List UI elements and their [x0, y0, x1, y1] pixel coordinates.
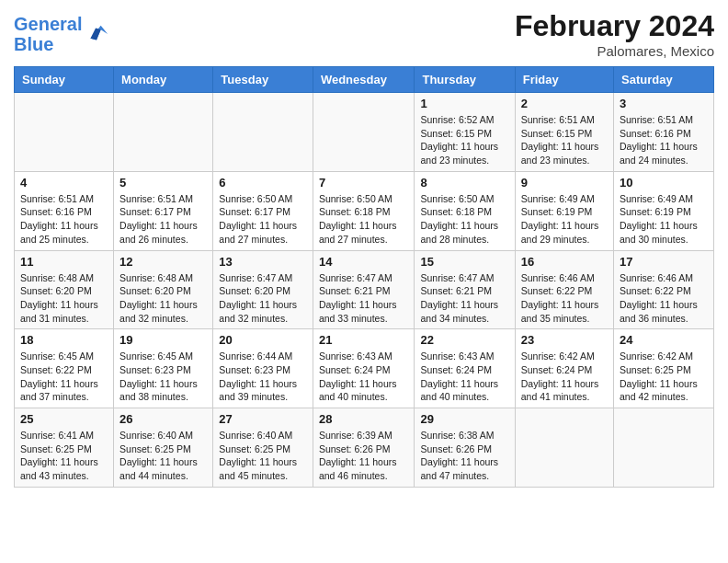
- col-header-wednesday: Wednesday: [313, 67, 415, 93]
- calendar-cell: 12Sunrise: 6:48 AMSunset: 6:20 PMDayligh…: [114, 250, 213, 329]
- day-info: Sunrise: 6:50 AMSunset: 6:17 PMDaylight:…: [219, 192, 307, 247]
- calendar-cell: [515, 408, 613, 488]
- day-number: 26: [119, 412, 207, 426]
- day-info: Sunrise: 6:43 AMSunset: 6:24 PMDaylight:…: [420, 350, 508, 404]
- col-header-sunday: Sunday: [15, 67, 114, 93]
- calendar-cell: 26Sunrise: 6:40 AMSunset: 6:25 PMDayligh…: [114, 408, 213, 488]
- svg-marker-1: [91, 28, 101, 40]
- day-number: 29: [420, 412, 508, 426]
- calendar-cell: 25Sunrise: 6:41 AMSunset: 6:25 PMDayligh…: [15, 408, 114, 488]
- col-header-tuesday: Tuesday: [213, 67, 313, 93]
- day-number: 10: [620, 176, 708, 190]
- calendar-cell: 13Sunrise: 6:47 AMSunset: 6:20 PMDayligh…: [213, 250, 313, 329]
- calendar-cell: 24Sunrise: 6:42 AMSunset: 6:25 PMDayligh…: [614, 329, 714, 408]
- calendar-cell: 15Sunrise: 6:47 AMSunset: 6:21 PMDayligh…: [415, 250, 515, 329]
- calendar-cell: 27Sunrise: 6:40 AMSunset: 6:25 PMDayligh…: [213, 408, 313, 488]
- day-number: 23: [521, 333, 608, 347]
- header-row: SundayMondayTuesdayWednesdayThursdayFrid…: [15, 67, 714, 93]
- day-number: 16: [521, 255, 608, 269]
- week-row-3: 11Sunrise: 6:48 AMSunset: 6:20 PMDayligh…: [15, 250, 714, 329]
- day-info: Sunrise: 6:47 AMSunset: 6:20 PMDaylight:…: [219, 271, 307, 326]
- day-number: 7: [319, 176, 409, 190]
- calendar-cell: 18Sunrise: 6:45 AMSunset: 6:22 PMDayligh…: [15, 329, 114, 408]
- calendar-cell: 3Sunrise: 6:51 AMSunset: 6:16 PMDaylight…: [614, 93, 714, 172]
- calendar-table: SundayMondayTuesdayWednesdayThursdayFrid…: [14, 66, 714, 488]
- day-info: Sunrise: 6:50 AMSunset: 6:18 PMDaylight:…: [319, 192, 409, 247]
- day-info: Sunrise: 6:50 AMSunset: 6:18 PMDaylight:…: [420, 192, 508, 247]
- day-info: Sunrise: 6:51 AMSunset: 6:16 PMDaylight:…: [20, 192, 108, 247]
- day-info: Sunrise: 6:41 AMSunset: 6:25 PMDaylight:…: [20, 429, 108, 483]
- day-number: 20: [219, 333, 307, 347]
- day-info: Sunrise: 6:42 AMSunset: 6:24 PMDaylight:…: [521, 350, 608, 404]
- day-number: 4: [20, 176, 108, 190]
- calendar-cell: 1Sunrise: 6:52 AMSunset: 6:15 PMDaylight…: [415, 93, 515, 172]
- day-info: Sunrise: 6:47 AMSunset: 6:21 PMDaylight:…: [319, 271, 409, 326]
- day-number: 25: [20, 412, 108, 426]
- calendar-cell: 14Sunrise: 6:47 AMSunset: 6:21 PMDayligh…: [313, 250, 415, 329]
- col-header-friday: Friday: [515, 67, 613, 93]
- calendar-cell: [15, 93, 114, 172]
- calendar-cell: [313, 93, 415, 172]
- day-number: 2: [521, 97, 608, 110]
- day-info: Sunrise: 6:44 AMSunset: 6:23 PMDaylight:…: [219, 350, 307, 404]
- month-year: February 2024: [515, 9, 714, 43]
- day-info: Sunrise: 6:38 AMSunset: 6:26 PMDaylight:…: [420, 429, 508, 483]
- day-number: 19: [119, 333, 207, 347]
- day-number: 22: [420, 333, 508, 347]
- title-block: February 2024 Palomares, Mexico: [515, 9, 714, 59]
- day-number: 1: [420, 97, 508, 110]
- day-number: 3: [620, 97, 708, 110]
- day-number: 24: [620, 333, 708, 347]
- calendar-cell: 11Sunrise: 6:48 AMSunset: 6:20 PMDayligh…: [15, 250, 114, 329]
- logo: General Blue: [14, 14, 108, 54]
- day-info: Sunrise: 6:40 AMSunset: 6:25 PMDaylight:…: [219, 429, 307, 483]
- day-info: Sunrise: 6:49 AMSunset: 6:19 PMDaylight:…: [521, 192, 608, 247]
- day-info: Sunrise: 6:52 AMSunset: 6:15 PMDaylight:…: [420, 113, 508, 167]
- day-info: Sunrise: 6:51 AMSunset: 6:15 PMDaylight:…: [521, 113, 608, 167]
- col-header-thursday: Thursday: [415, 67, 515, 93]
- day-number: 12: [119, 255, 207, 269]
- page-header: General Blue February 2024 Palomares, Me…: [14, 9, 714, 59]
- day-info: Sunrise: 6:46 AMSunset: 6:22 PMDaylight:…: [521, 271, 608, 326]
- day-info: Sunrise: 6:45 AMSunset: 6:23 PMDaylight:…: [119, 350, 207, 404]
- day-info: Sunrise: 6:47 AMSunset: 6:21 PMDaylight:…: [420, 271, 508, 326]
- calendar-cell: [213, 93, 313, 172]
- calendar-cell: 23Sunrise: 6:42 AMSunset: 6:24 PMDayligh…: [515, 329, 613, 408]
- day-number: 15: [420, 255, 508, 269]
- calendar-cell: [614, 408, 714, 488]
- day-number: 5: [119, 176, 207, 190]
- calendar-cell: 10Sunrise: 6:49 AMSunset: 6:19 PMDayligh…: [614, 171, 714, 250]
- logo-text2: Blue: [14, 34, 82, 54]
- logo-icon: [84, 21, 109, 47]
- day-info: Sunrise: 6:46 AMSunset: 6:22 PMDaylight:…: [620, 271, 708, 326]
- calendar-cell: [114, 93, 213, 172]
- day-info: Sunrise: 6:51 AMSunset: 6:16 PMDaylight:…: [620, 113, 708, 167]
- logo-text: General: [14, 14, 82, 34]
- day-info: Sunrise: 6:43 AMSunset: 6:24 PMDaylight:…: [319, 350, 409, 404]
- week-row-2: 4Sunrise: 6:51 AMSunset: 6:16 PMDaylight…: [15, 171, 714, 250]
- calendar-cell: 7Sunrise: 6:50 AMSunset: 6:18 PMDaylight…: [313, 171, 415, 250]
- col-header-saturday: Saturday: [614, 67, 714, 93]
- calendar-cell: 22Sunrise: 6:43 AMSunset: 6:24 PMDayligh…: [415, 329, 515, 408]
- day-info: Sunrise: 6:49 AMSunset: 6:19 PMDaylight:…: [620, 192, 708, 247]
- day-info: Sunrise: 6:48 AMSunset: 6:20 PMDaylight:…: [20, 271, 108, 326]
- calendar-cell: 2Sunrise: 6:51 AMSunset: 6:15 PMDaylight…: [515, 93, 613, 172]
- day-info: Sunrise: 6:40 AMSunset: 6:25 PMDaylight:…: [119, 429, 207, 483]
- day-number: 17: [620, 255, 708, 269]
- week-row-4: 18Sunrise: 6:45 AMSunset: 6:22 PMDayligh…: [15, 329, 714, 408]
- calendar-cell: 4Sunrise: 6:51 AMSunset: 6:16 PMDaylight…: [15, 171, 114, 250]
- day-info: Sunrise: 6:45 AMSunset: 6:22 PMDaylight:…: [20, 350, 108, 404]
- calendar-cell: 29Sunrise: 6:38 AMSunset: 6:26 PMDayligh…: [415, 408, 515, 488]
- day-info: Sunrise: 6:48 AMSunset: 6:20 PMDaylight:…: [119, 271, 207, 326]
- location: Palomares, Mexico: [515, 43, 714, 59]
- day-number: 27: [219, 412, 307, 426]
- col-header-monday: Monday: [114, 67, 213, 93]
- day-number: 9: [521, 176, 608, 190]
- week-row-5: 25Sunrise: 6:41 AMSunset: 6:25 PMDayligh…: [15, 408, 714, 488]
- calendar-cell: 9Sunrise: 6:49 AMSunset: 6:19 PMDaylight…: [515, 171, 613, 250]
- calendar-cell: 19Sunrise: 6:45 AMSunset: 6:23 PMDayligh…: [114, 329, 213, 408]
- day-number: 11: [20, 255, 108, 269]
- calendar-cell: 5Sunrise: 6:51 AMSunset: 6:17 PMDaylight…: [114, 171, 213, 250]
- day-number: 8: [420, 176, 508, 190]
- day-number: 28: [319, 412, 409, 426]
